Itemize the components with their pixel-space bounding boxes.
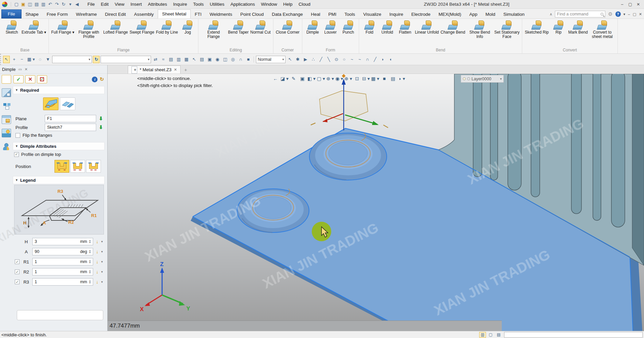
tab-file[interactable]: File [1,9,22,18]
louver-button[interactable]: Louver [322,20,339,40]
open-file-icon[interactable]: ▣ [20,1,27,7]
hierarchy-icon[interactable] [2,102,11,111]
dimple-type-shape-button[interactable] [43,97,59,110]
jog-button[interactable]: Jog [179,20,196,40]
tab-free-form[interactable]: Free Form [43,10,72,18]
user-icon[interactable] [2,142,11,151]
rip-button[interactable]: Rip [550,20,567,40]
spline-snap-icon[interactable]: ~ [356,56,363,63]
position-outside-button[interactable] [86,160,101,173]
tab-app[interactable]: App [465,10,482,18]
tab-tools[interactable]: Tools [340,10,359,18]
chevron-down-icon[interactable]: ▾ [500,77,502,81]
menu-item[interactable]: Attributes [145,2,170,7]
tab-fti[interactable]: FTI [191,10,205,18]
status-input[interactable] [504,332,643,338]
circle-ref-icon[interactable]: ◎ [229,56,236,63]
menu-item[interactable]: Help [280,2,296,7]
normal-cut-button[interactable]: Normal Cut [250,20,271,40]
close-tab-icon[interactable]: ✕ [174,68,177,72]
minimize-icon[interactable]: – [620,2,624,7]
pick-scope-combo[interactable]: ▾ [52,56,92,63]
r1-input[interactable]: 1 mm ▴▾ [32,258,93,265]
window-cube-icon[interactable] [2,115,11,124]
pick-arrow-icon[interactable]: ↖ [3,56,10,63]
plane-ref-icon[interactable]: ■ [245,56,252,63]
collapse-ribbon-icon[interactable]: ∧ [550,12,552,16]
arc-snap-icon[interactable]: ∩ [364,56,371,63]
fold-button[interactable]: Fold [361,20,378,40]
tab-mold[interactable]: Mold [482,10,499,18]
tab-shape[interactable]: Shape [22,10,43,18]
dimple-thumbnail-icon[interactable] [2,75,11,84]
spinner[interactable]: ▴▾ [88,270,92,274]
regen-icon[interactable]: ↻ [60,1,67,7]
close-icon[interactable]: ✕ [636,2,641,7]
help-icon[interactable]: ? [615,11,621,17]
resume-icon[interactable]: ↻ [100,76,104,82]
apply-button[interactable]: ✓ [37,75,47,83]
h-input[interactable]: 3 mm ▴▾ [32,238,93,245]
panel-close-icon[interactable]: ✕ [25,67,28,72]
menu-item[interactable]: View [112,2,127,7]
position-inside-button[interactable] [54,160,69,173]
history-list-icon[interactable]: ▥ [175,56,182,63]
curve-snap-icon[interactable]: ~ [348,56,355,63]
menu-item[interactable]: File [84,2,98,7]
free-pick-icon[interactable]: ↖ [287,56,293,63]
face-snap-icon[interactable]: ◗ [379,56,386,63]
chevron-down-icon[interactable]: ▾ [101,240,105,243]
new-tab-button[interactable]: + [181,66,190,74]
tab-pmi[interactable]: PMI [324,10,340,18]
new-file-icon[interactable]: ▢ [13,1,20,7]
menu-item[interactable]: Utilities [207,2,228,7]
doc-close-icon[interactable]: ✕ [639,12,642,16]
line-snap-icon[interactable]: ╱ [317,56,324,63]
show-bend-info-button[interactable]: Show Bend Info [466,20,493,40]
spinner[interactable]: ▴▾ [88,260,92,264]
snap-mode-combo[interactable]: Normal▾ [256,56,286,63]
chain-select-icon[interactable]: ⇄ [152,56,159,63]
mark-bend-button[interactable]: Mark Bend [568,20,589,40]
profile-ref-icon[interactable]: ∩ [237,56,244,63]
shaded-display-icon[interactable]: ◧ ▾ [307,75,315,83]
undo-icon[interactable]: ↶ [47,1,53,7]
tab-direct-edit[interactable]: Direct Edit [101,10,130,18]
points-snap-icon[interactable]: ∴ [310,56,316,63]
tab-mex-mold[interactable]: MEX(Mold) [434,10,465,18]
flatten-button[interactable]: Flatten [396,20,414,40]
flip-flanges-checkbox[interactable] [15,133,20,138]
zoom-window-icon[interactable]: ⊡ [353,75,361,83]
chevron-down-icon[interactable]: ▾ [101,250,105,253]
required-section-header[interactable]: ▼ Required [13,86,105,94]
position-middle-button[interactable] [70,160,85,173]
autoplay-icon[interactable]: ▶ [302,56,309,63]
polyline-snap-icon[interactable]: ╲ [325,56,332,63]
tab-heal[interactable]: Heal [307,10,325,18]
notes-icon[interactable]: ▤ [198,56,205,63]
tab-visualize[interactable]: Visualize [359,10,385,18]
help-caret-icon[interactable]: ▾ [623,12,626,16]
wireframe-display-icon[interactable]: ▢ ▾ [317,75,325,83]
tab-data-exchange[interactable]: Data Exchange [268,10,307,18]
tab-electrode[interactable]: Electrode [407,10,434,18]
spinner[interactable]: ▴▾ [88,250,92,254]
pick-target-combo[interactable]: ▾ [101,56,151,63]
print-batch-icon[interactable]: ▥ [40,1,47,7]
pick-lasso-icon[interactable]: ◌ [37,56,43,63]
profile-field[interactable]: Sketch7 [45,124,96,131]
export-view-icon[interactable]: ◫ [222,56,228,63]
print-icon[interactable]: ▤ [33,1,40,7]
full-flange-button[interactable]: Full Flange ▾ [50,20,75,40]
linear-unfold-button[interactable]: Linear Unfold [414,20,440,40]
menu-item[interactable]: Insert [127,2,145,7]
legend-section-header[interactable]: ▼ Legend [13,176,105,184]
inherit-value-icon[interactable]: ↓ [95,259,100,264]
command-search-input[interactable]: Find a command [555,11,605,17]
world-view-icon[interactable]: ◉ [214,56,221,63]
unfold-button[interactable]: Unfold [379,20,396,40]
r2-input[interactable]: 1 mm ▴▾ [32,268,93,276]
customize-caret-icon[interactable]: ▾ [67,1,74,7]
center-snap-icon[interactable]: ⊙ [333,56,340,63]
pick-profile-icon[interactable]: ⬇ [98,124,104,130]
